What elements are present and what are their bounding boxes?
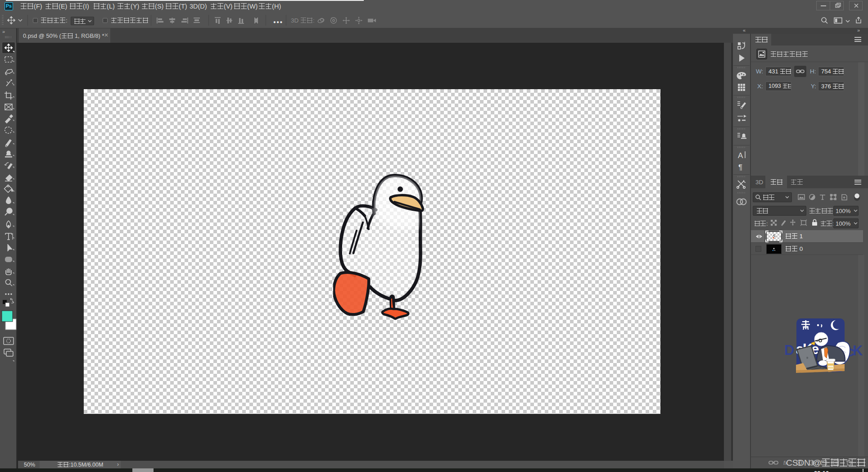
svg-text:A: A bbox=[738, 151, 743, 160]
svg-text:K: K bbox=[853, 343, 863, 359]
svg-text:D: D bbox=[784, 342, 794, 358]
svg-text:¶: ¶ bbox=[738, 163, 742, 172]
